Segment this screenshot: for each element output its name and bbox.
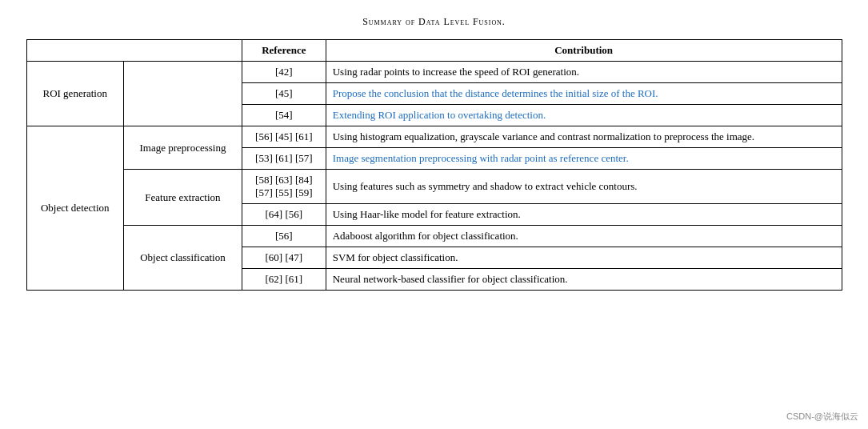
ref-cell: [64] [56] <box>242 204 326 226</box>
contribution-cell: Using histogram equalization, grayscale … <box>326 126 842 148</box>
contribution-cell: Propose the conclusion that the distance… <box>326 83 842 105</box>
roi-generation-sub <box>123 62 242 126</box>
table-row: ROI generation [42] Using radar points t… <box>26 62 842 83</box>
image-preprocessing-label: Image preprocessing <box>123 126 242 170</box>
ref-cell: [42] <box>242 62 326 83</box>
contribution-cell: Using features such as symmetry and shad… <box>326 170 842 204</box>
ref-cell: [54] <box>242 105 326 126</box>
header-reference: Reference <box>242 40 326 62</box>
header-contribution: Contribution <box>326 40 842 62</box>
contribution-cell: Adaboost algorithm for object classifica… <box>326 226 842 247</box>
contribution-cell: Using radar points to increase the speed… <box>326 62 842 83</box>
ref-cell: [60] [47] <box>242 247 326 269</box>
contribution-cell: Extending ROI application to overtaking … <box>326 105 842 126</box>
header-category <box>26 40 242 62</box>
object-classification-label: Object classification <box>123 226 242 291</box>
ref-cell: [53] [61] [57] <box>242 148 326 170</box>
ref-cell: [56] [45] [61] <box>242 126 326 148</box>
table-wrapper: Reference Contribution ROI generation [4… <box>26 39 842 291</box>
ref-cell: [62] [61] <box>242 269 326 291</box>
contribution-cell: Image segmentation preprocessing with ra… <box>326 148 842 170</box>
contribution-cell: SVM for object classification. <box>326 247 842 269</box>
contribution-cell: Using Haar-like model for feature extrac… <box>326 204 842 226</box>
page-title: Summary of Data Level Fusion. <box>362 16 506 28</box>
table-row: Feature extraction [58] [63] [84][57] [5… <box>26 170 842 204</box>
main-table: Reference Contribution ROI generation [4… <box>26 39 842 291</box>
table-row: Object detection Image preprocessing [56… <box>26 126 842 148</box>
ref-cell: [56] <box>242 226 326 247</box>
object-detection-label: Object detection <box>26 126 123 291</box>
table-row: Object classification [56] Adaboost algo… <box>26 226 842 247</box>
ref-cell: [45] <box>242 83 326 105</box>
roi-generation-label: ROI generation <box>26 62 123 126</box>
feature-extraction-label: Feature extraction <box>123 170 242 226</box>
watermark-label: CSDN-@说海似云 <box>786 411 858 423</box>
ref-cell: [58] [63] [84][57] [55] [59] <box>242 170 326 204</box>
contribution-cell: Neural network-based classifier for obje… <box>326 269 842 291</box>
